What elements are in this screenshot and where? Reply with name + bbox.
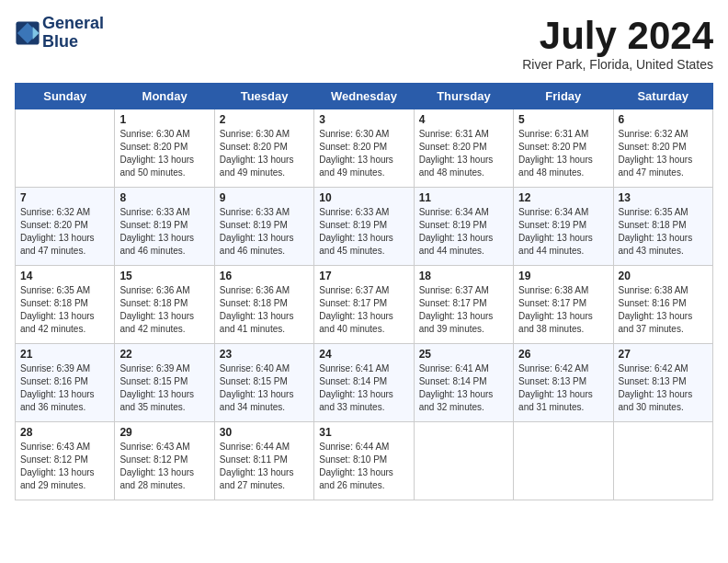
calendar-cell: 12Sunrise: 6:34 AM Sunset: 8:19 PM Dayli… bbox=[514, 188, 613, 266]
logo-text: General Blue bbox=[42, 15, 104, 52]
title-block: July 2024 River Park, Florida, United St… bbox=[522, 15, 713, 72]
cell-content: Sunrise: 6:43 AM Sunset: 8:12 PM Dayligh… bbox=[20, 441, 109, 492]
calendar-cell: 23Sunrise: 6:40 AM Sunset: 8:15 PM Dayli… bbox=[214, 344, 313, 422]
day-number: 24 bbox=[319, 348, 408, 361]
cell-content: Sunrise: 6:39 AM Sunset: 8:16 PM Dayligh… bbox=[20, 362, 109, 414]
cell-content: Sunrise: 6:35 AM Sunset: 8:18 PM Dayligh… bbox=[20, 284, 109, 336]
calendar-cell: 11Sunrise: 6:34 AM Sunset: 8:19 PM Dayli… bbox=[414, 188, 513, 266]
calendar-cell bbox=[514, 422, 613, 500]
cell-content: Sunrise: 6:33 AM Sunset: 8:19 PM Dayligh… bbox=[220, 206, 309, 258]
calendar-cell: 29Sunrise: 6:43 AM Sunset: 8:12 PM Dayli… bbox=[115, 422, 214, 500]
cell-content: Sunrise: 6:32 AM Sunset: 8:20 PM Dayligh… bbox=[20, 206, 109, 258]
cell-content: Sunrise: 6:35 AM Sunset: 8:18 PM Dayligh… bbox=[619, 206, 708, 258]
logo-line1: General bbox=[42, 14, 104, 32]
cell-content: Sunrise: 6:44 AM Sunset: 8:10 PM Dayligh… bbox=[319, 441, 408, 492]
day-number: 30 bbox=[220, 426, 309, 439]
calendar-cell: 9Sunrise: 6:33 AM Sunset: 8:19 PM Daylig… bbox=[214, 188, 313, 266]
cell-content: Sunrise: 6:40 AM Sunset: 8:15 PM Dayligh… bbox=[220, 362, 309, 414]
calendar-cell: 25Sunrise: 6:41 AM Sunset: 8:14 PM Dayli… bbox=[414, 344, 513, 422]
calendar-cell: 24Sunrise: 6:41 AM Sunset: 8:14 PM Dayli… bbox=[314, 344, 414, 422]
calendar-cell: 1Sunrise: 6:30 AM Sunset: 8:20 PM Daylig… bbox=[115, 109, 214, 188]
day-number: 8 bbox=[119, 191, 209, 204]
calendar-week-row: 21Sunrise: 6:39 AM Sunset: 8:16 PM Dayli… bbox=[16, 344, 713, 422]
day-header-wednesday: Wednesday bbox=[314, 84, 414, 109]
calendar-cell: 17Sunrise: 6:37 AM Sunset: 8:17 PM Dayli… bbox=[314, 266, 414, 344]
day-number: 5 bbox=[518, 113, 608, 126]
calendar-table: SundayMondayTuesdayWednesdayThursdayFrid… bbox=[15, 83, 713, 500]
cell-content: Sunrise: 6:44 AM Sunset: 8:11 PM Dayligh… bbox=[220, 441, 309, 492]
cell-content: Sunrise: 6:33 AM Sunset: 8:19 PM Dayligh… bbox=[119, 206, 209, 258]
cell-content: Sunrise: 6:30 AM Sunset: 8:20 PM Dayligh… bbox=[220, 128, 309, 179]
day-number: 1 bbox=[119, 113, 209, 126]
calendar-cell: 4Sunrise: 6:31 AM Sunset: 8:20 PM Daylig… bbox=[414, 109, 513, 188]
calendar-cell: 2Sunrise: 6:30 AM Sunset: 8:20 PM Daylig… bbox=[214, 109, 313, 188]
day-number: 12 bbox=[518, 191, 608, 204]
day-number: 16 bbox=[220, 270, 309, 282]
day-number: 22 bbox=[119, 348, 209, 361]
calendar-cell: 21Sunrise: 6:39 AM Sunset: 8:16 PM Dayli… bbox=[16, 344, 115, 422]
cell-content: Sunrise: 6:37 AM Sunset: 8:17 PM Dayligh… bbox=[419, 284, 508, 336]
cell-content: Sunrise: 6:38 AM Sunset: 8:16 PM Dayligh… bbox=[619, 284, 708, 336]
logo-line2: Blue bbox=[42, 32, 78, 51]
cell-content: Sunrise: 6:30 AM Sunset: 8:20 PM Dayligh… bbox=[319, 128, 408, 179]
day-number: 11 bbox=[419, 191, 508, 204]
cell-content: Sunrise: 6:36 AM Sunset: 8:18 PM Dayligh… bbox=[220, 284, 309, 336]
calendar-week-row: 7Sunrise: 6:32 AM Sunset: 8:20 PM Daylig… bbox=[16, 188, 713, 266]
days-header-row: SundayMondayTuesdayWednesdayThursdayFrid… bbox=[16, 84, 713, 109]
cell-content: Sunrise: 6:42 AM Sunset: 8:13 PM Dayligh… bbox=[619, 362, 708, 414]
calendar-cell: 3Sunrise: 6:30 AM Sunset: 8:20 PM Daylig… bbox=[314, 109, 414, 188]
cell-content: Sunrise: 6:38 AM Sunset: 8:17 PM Dayligh… bbox=[518, 284, 608, 336]
day-number: 15 bbox=[119, 270, 209, 282]
calendar-cell bbox=[16, 109, 115, 188]
day-number: 29 bbox=[119, 426, 209, 439]
logo: General Blue bbox=[15, 15, 104, 52]
cell-content: Sunrise: 6:36 AM Sunset: 8:18 PM Dayligh… bbox=[119, 284, 209, 336]
cell-content: Sunrise: 6:41 AM Sunset: 8:14 PM Dayligh… bbox=[319, 362, 408, 414]
calendar-week-row: 1Sunrise: 6:30 AM Sunset: 8:20 PM Daylig… bbox=[16, 109, 713, 188]
calendar-cell: 28Sunrise: 6:43 AM Sunset: 8:12 PM Dayli… bbox=[16, 422, 115, 500]
calendar-cell: 31Sunrise: 6:44 AM Sunset: 8:10 PM Dayli… bbox=[314, 422, 414, 500]
calendar-cell: 7Sunrise: 6:32 AM Sunset: 8:20 PM Daylig… bbox=[16, 188, 115, 266]
calendar-cell: 27Sunrise: 6:42 AM Sunset: 8:13 PM Dayli… bbox=[613, 344, 712, 422]
cell-content: Sunrise: 6:33 AM Sunset: 8:19 PM Dayligh… bbox=[319, 206, 408, 258]
day-header-tuesday: Tuesday bbox=[214, 84, 313, 109]
calendar-cell: 15Sunrise: 6:36 AM Sunset: 8:18 PM Dayli… bbox=[115, 266, 214, 344]
day-number: 31 bbox=[319, 426, 408, 439]
cell-content: Sunrise: 6:34 AM Sunset: 8:19 PM Dayligh… bbox=[518, 206, 608, 258]
day-number: 10 bbox=[319, 191, 408, 204]
day-number: 21 bbox=[20, 348, 109, 361]
cell-content: Sunrise: 6:31 AM Sunset: 8:20 PM Dayligh… bbox=[419, 128, 508, 179]
day-number: 28 bbox=[20, 426, 109, 439]
cell-content: Sunrise: 6:39 AM Sunset: 8:15 PM Dayligh… bbox=[119, 362, 209, 414]
cell-content: Sunrise: 6:30 AM Sunset: 8:20 PM Dayligh… bbox=[119, 128, 209, 179]
calendar-cell: 30Sunrise: 6:44 AM Sunset: 8:11 PM Dayli… bbox=[214, 422, 313, 500]
day-number: 23 bbox=[220, 348, 309, 361]
location: River Park, Florida, United States bbox=[522, 57, 713, 72]
day-number: 19 bbox=[518, 270, 608, 282]
cell-content: Sunrise: 6:32 AM Sunset: 8:20 PM Dayligh… bbox=[619, 128, 708, 179]
day-number: 2 bbox=[220, 113, 309, 126]
day-header-friday: Friday bbox=[514, 84, 613, 109]
cell-content: Sunrise: 6:43 AM Sunset: 8:12 PM Dayligh… bbox=[119, 441, 209, 492]
day-number: 20 bbox=[619, 270, 708, 282]
day-header-saturday: Saturday bbox=[613, 84, 712, 109]
day-number: 6 bbox=[619, 113, 708, 126]
calendar-cell: 26Sunrise: 6:42 AM Sunset: 8:13 PM Dayli… bbox=[514, 344, 613, 422]
calendar-cell: 22Sunrise: 6:39 AM Sunset: 8:15 PM Dayli… bbox=[115, 344, 214, 422]
day-header-thursday: Thursday bbox=[414, 84, 513, 109]
day-number: 3 bbox=[319, 113, 408, 126]
day-number: 27 bbox=[619, 348, 708, 361]
calendar-week-row: 28Sunrise: 6:43 AM Sunset: 8:12 PM Dayli… bbox=[16, 422, 713, 500]
calendar-cell: 8Sunrise: 6:33 AM Sunset: 8:19 PM Daylig… bbox=[115, 188, 214, 266]
calendar-cell: 18Sunrise: 6:37 AM Sunset: 8:17 PM Dayli… bbox=[414, 266, 513, 344]
calendar-cell: 13Sunrise: 6:35 AM Sunset: 8:18 PM Dayli… bbox=[613, 188, 712, 266]
calendar-cell: 14Sunrise: 6:35 AM Sunset: 8:18 PM Dayli… bbox=[16, 266, 115, 344]
calendar-cell bbox=[414, 422, 513, 500]
cell-content: Sunrise: 6:41 AM Sunset: 8:14 PM Dayligh… bbox=[419, 362, 508, 414]
day-number: 18 bbox=[419, 270, 508, 282]
calendar-week-row: 14Sunrise: 6:35 AM Sunset: 8:18 PM Dayli… bbox=[16, 266, 713, 344]
day-header-monday: Monday bbox=[115, 84, 214, 109]
day-number: 26 bbox=[518, 348, 608, 361]
calendar-cell: 6Sunrise: 6:32 AM Sunset: 8:20 PM Daylig… bbox=[613, 109, 712, 188]
day-number: 7 bbox=[20, 191, 109, 204]
